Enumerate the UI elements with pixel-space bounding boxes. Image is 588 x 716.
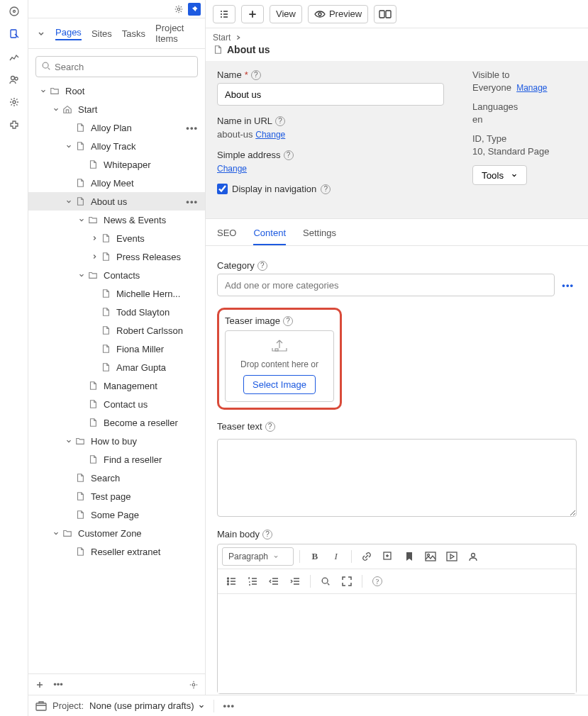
tree-toggle-icon[interactable] — [52, 106, 62, 113]
bookmark-button[interactable] — [400, 547, 418, 566]
breadcrumb-root[interactable]: Start — [213, 33, 231, 43]
tree-item[interactable]: Fiona Miller — [28, 340, 205, 358]
tree-item[interactable]: Some Page — [28, 505, 205, 524]
tab-sites[interactable]: Sites — [91, 28, 112, 39]
pin-icon[interactable] — [188, 3, 201, 16]
outdent-button[interactable] — [265, 572, 283, 591]
tools-button[interactable]: Tools — [472, 165, 527, 185]
compare-button[interactable] — [374, 5, 396, 23]
tree-item[interactable]: Alloy Track — [28, 137, 205, 155]
tree-item[interactable]: Events — [28, 229, 205, 247]
footer-settings-icon[interactable] — [187, 678, 201, 692]
chevron-down-icon[interactable] — [37, 29, 45, 38]
name-input[interactable] — [217, 83, 444, 106]
search-input[interactable] — [35, 56, 198, 77]
insert-button[interactable] — [379, 547, 397, 566]
plugin-icon[interactable] — [7, 118, 21, 132]
fullscreen-button[interactable] — [338, 572, 356, 591]
tree-item[interactable]: Robert Carlsson — [28, 321, 205, 340]
tree-item-menu[interactable]: ••• — [184, 196, 199, 207]
tree-item[interactable]: Alloy Plan••• — [28, 118, 205, 137]
change-url-link[interactable]: Change — [255, 130, 285, 140]
ed-help-button[interactable]: ? — [368, 572, 387, 591]
search-button[interactable] — [316, 572, 335, 591]
help-icon[interactable]: ? — [265, 422, 275, 432]
tab-seo[interactable]: SEO — [217, 228, 236, 245]
tree-toggle-icon[interactable] — [40, 87, 50, 94]
more-button[interactable]: ••• — [51, 678, 65, 692]
tab-content[interactable]: Content — [253, 228, 286, 245]
change-simple-link[interactable]: Change — [217, 164, 247, 174]
bold-button[interactable]: B — [306, 547, 324, 566]
tree-item[interactable]: About us••• — [28, 192, 205, 211]
category-input[interactable] — [217, 274, 555, 296]
tree-view-button[interactable] — [213, 5, 235, 23]
tab-pages[interactable]: Pages — [55, 27, 82, 40]
tree-item[interactable]: Reseller extranet — [28, 542, 205, 561]
tree-item[interactable]: Find a reseller — [28, 450, 205, 469]
teaser-image-dropzone[interactable]: Drop content here or Select Image — [225, 330, 334, 402]
tree-toggle-icon[interactable] — [78, 272, 88, 279]
users-icon[interactable] — [7, 72, 21, 86]
editor-body[interactable] — [218, 594, 576, 693]
indent-button[interactable] — [286, 572, 304, 591]
link-button[interactable] — [357, 547, 376, 566]
dashboard-icon[interactable] — [7, 4, 21, 18]
paragraph-select[interactable]: Paragraph — [222, 547, 294, 566]
italic-button[interactable]: I — [327, 547, 345, 566]
tree-item-menu[interactable]: ••• — [184, 123, 199, 133]
tree-toggle-icon[interactable] — [65, 437, 75, 444]
tree-item[interactable]: Amar Gupta — [28, 358, 205, 376]
tree-toggle-icon[interactable] — [65, 198, 75, 205]
media-button[interactable] — [443, 547, 461, 566]
project-select[interactable]: None (use primary drafts) — [89, 700, 205, 711]
view-button[interactable]: View — [270, 5, 302, 23]
ol-button[interactable] — [243, 572, 262, 591]
category-browse-button[interactable]: ••• — [559, 280, 577, 291]
tree-toggle-icon[interactable] — [91, 253, 101, 260]
panel-settings-icon[interactable] — [174, 4, 184, 14]
tree-item[interactable]: Press Releases — [28, 247, 205, 266]
tree-item[interactable]: Michelle Hern... — [28, 284, 205, 303]
tree-item[interactable]: Start — [28, 100, 205, 118]
select-image-button[interactable]: Select Image — [243, 375, 316, 394]
help-icon[interactable]: ? — [284, 150, 294, 160]
page-edit-icon[interactable] — [7, 27, 21, 41]
tree-toggle-icon[interactable] — [52, 530, 62, 537]
tree-item[interactable]: Contacts — [28, 266, 205, 284]
help-icon[interactable]: ? — [257, 261, 267, 271]
tab-settings[interactable]: Settings — [303, 228, 336, 245]
teaser-text-input[interactable] — [217, 439, 577, 517]
person-button[interactable] — [464, 547, 482, 566]
display-nav-checkbox[interactable] — [217, 184, 228, 194]
tree-toggle-icon[interactable] — [65, 142, 75, 150]
image-button[interactable] — [421, 547, 440, 566]
tree-item[interactable]: Contact us — [28, 395, 205, 413]
tree-item[interactable]: Root — [28, 82, 205, 100]
tree-item[interactable]: Customer Zone — [28, 524, 205, 542]
add-content-button[interactable] — [241, 5, 264, 23]
tree-item[interactable]: Todd Slayton — [28, 303, 205, 321]
tree-item[interactable]: Become a reseller — [28, 413, 205, 432]
help-icon[interactable]: ? — [251, 70, 261, 80]
tab-tasks[interactable]: Tasks — [122, 28, 145, 39]
help-icon[interactable]: ? — [275, 116, 285, 126]
preview-button[interactable]: Preview — [308, 5, 368, 23]
help-icon[interactable]: ? — [283, 316, 293, 326]
tree-item[interactable]: News & Events — [28, 211, 205, 229]
help-icon[interactable]: ? — [321, 184, 331, 194]
stats-icon[interactable] — [7, 50, 21, 64]
add-button[interactable] — [33, 678, 47, 692]
tab-project-items[interactable]: Project Items — [155, 23, 196, 44]
project-more-button[interactable]: ••• — [223, 700, 235, 711]
tree-item[interactable]: Test page — [28, 487, 205, 505]
tree-item[interactable]: Management — [28, 376, 205, 395]
ul-button[interactable] — [222, 572, 240, 591]
settings-icon[interactable] — [7, 95, 21, 109]
tree-item[interactable]: Alloy Meet — [28, 174, 205, 192]
tree-toggle-icon[interactable] — [78, 216, 88, 223]
tree-item[interactable]: How to buy — [28, 432, 205, 450]
tree-item[interactable]: Search — [28, 469, 205, 487]
tree-toggle-icon[interactable] — [91, 235, 101, 242]
tree-item[interactable]: Whitepaper — [28, 155, 205, 174]
